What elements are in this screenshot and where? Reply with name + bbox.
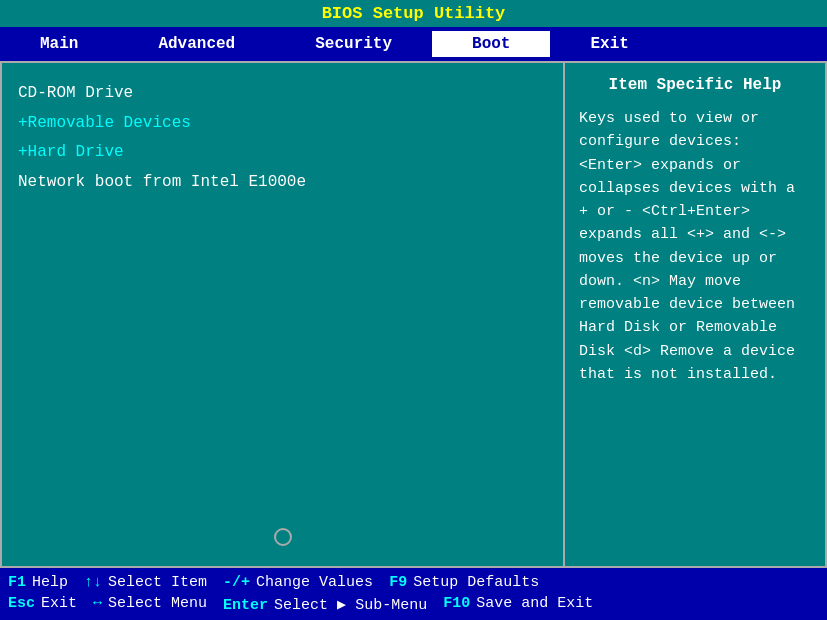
nav-item-advanced[interactable]: Advanced [118, 31, 275, 57]
nav-bar: MainAdvancedSecurityBootExit [0, 27, 827, 61]
help-text: Keys used to view or configure devices: … [579, 107, 811, 386]
nav-item-exit[interactable]: Exit [550, 31, 668, 57]
boot-item-3[interactable]: Network boot from Intel E1000e [14, 168, 551, 198]
left-panel: CD-ROM Drive+Removable Devices+Hard Driv… [2, 63, 565, 566]
boot-item-1[interactable]: +Removable Devices [14, 109, 551, 139]
footer-item: -/+Change Values [223, 574, 373, 591]
nav-item-boot[interactable]: Boot [432, 31, 550, 57]
footer-item: F1Help [8, 574, 68, 591]
app-title: BIOS Setup Utility [322, 4, 506, 23]
nav-item-main[interactable]: Main [0, 31, 118, 57]
footer: F1Help↑↓Select Item-/+Change ValuesF9Set… [0, 568, 827, 620]
boot-item-2[interactable]: +Hard Drive [14, 138, 551, 168]
footer-item: ↑↓Select Item [84, 574, 207, 591]
boot-item-0[interactable]: CD-ROM Drive [14, 79, 551, 109]
nav-item-security[interactable]: Security [275, 31, 432, 57]
title-bar: BIOS Setup Utility [0, 0, 827, 27]
help-panel: Item Specific Help Keys used to view or … [565, 63, 825, 566]
help-title: Item Specific Help [579, 73, 811, 97]
footer-item: F9Setup Defaults [389, 574, 539, 591]
footer-item: EnterSelect ▶ Sub-Menu [223, 595, 427, 614]
footer-item: F10Save and Exit [443, 595, 593, 614]
main-content: CD-ROM Drive+Removable Devices+Hard Driv… [0, 61, 827, 568]
scroll-indicator [274, 528, 292, 546]
footer-item: ↔Select Menu [93, 595, 207, 614]
footer-item: EscExit [8, 595, 77, 614]
